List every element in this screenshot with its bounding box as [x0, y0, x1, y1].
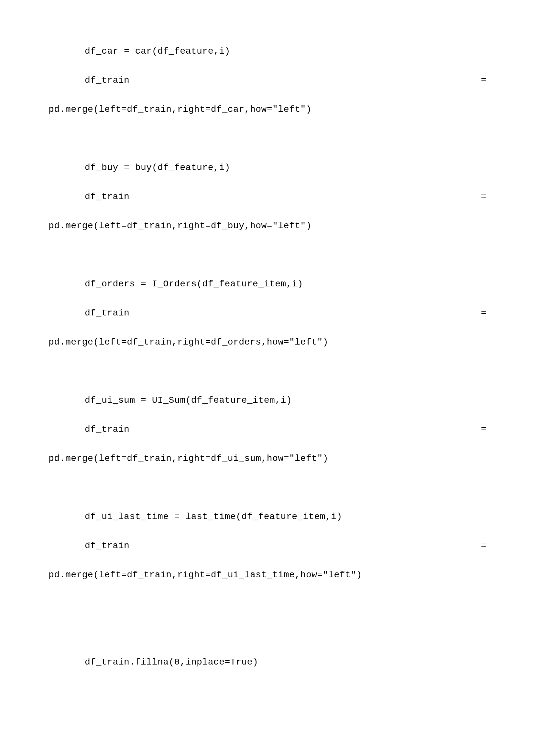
- code-text: df_train: [85, 75, 129, 85]
- code-text: pd.merge(left=df_train,right=df_buy,how=…: [48, 221, 312, 231]
- code-text: df_train: [85, 308, 129, 318]
- code-line: pd.merge(left=df_train,right=df_ui_last_…: [48, 571, 487, 580]
- code-text: pd.merge(left=df_train,right=df_car,how=…: [48, 104, 312, 114]
- code-line: df_car = car(df_feature,i): [48, 47, 487, 56]
- code-text: df_train: [85, 424, 129, 434]
- code-line: df_train =: [48, 192, 487, 202]
- code-text: df_orders = I_Orders(df_feature_item,i): [85, 280, 303, 289]
- code-line: df_train =: [48, 541, 487, 551]
- code-block: df_car = car(df_feature,i) df_train = pd…: [48, 47, 487, 667]
- code-line: df_train =: [48, 425, 487, 434]
- blank-line: [48, 134, 487, 143]
- code-text: df_buy = buy(df_feature,i): [85, 163, 230, 172]
- blank-line: [48, 367, 487, 376]
- code-line: pd.merge(left=df_train,right=df_car,how=…: [48, 105, 487, 114]
- code-line: pd.merge(left=df_train,right=df_buy,how=…: [48, 221, 487, 230]
- code-text: df_train: [85, 541, 129, 551]
- code-text: =: [481, 309, 487, 318]
- code-text: df_train.fillna(0,inplace=True): [85, 658, 258, 667]
- blank-line: [48, 483, 487, 492]
- code-text: df_car = car(df_feature,i): [85, 47, 230, 56]
- code-line: df_buy = buy(df_feature,i): [48, 163, 487, 172]
- blank-line: [48, 600, 487, 608]
- code-text: df_ui_sum = UI_Sum(df_feature_item,i): [85, 396, 292, 405]
- code-line: df_train =: [48, 76, 487, 85]
- code-text: pd.merge(left=df_train,right=df_ui_last_…: [48, 570, 362, 580]
- code-text: =: [481, 425, 487, 434]
- code-text: =: [481, 76, 487, 85]
- code-text: df_ui_last_time = last_time(df_feature_i…: [85, 512, 342, 521]
- code-line: df_orders = I_Orders(df_feature_item,i): [48, 280, 487, 289]
- code-text: pd.merge(left=df_train,right=df_orders,h…: [48, 337, 328, 347]
- code-line: df_train.fillna(0,inplace=True): [48, 658, 487, 667]
- code-line: df_ui_last_time = last_time(df_feature_i…: [48, 512, 487, 521]
- code-text: =: [481, 541, 487, 551]
- code-text: pd.merge(left=df_train,right=df_ui_sum,h…: [48, 453, 328, 464]
- blank-line: [48, 251, 487, 259]
- code-text: =: [481, 192, 487, 202]
- code-line: pd.merge(left=df_train,right=df_ui_sum,h…: [48, 454, 487, 463]
- code-line: df_train =: [48, 309, 487, 318]
- code-line: pd.merge(left=df_train,right=df_orders,h…: [48, 338, 487, 347]
- code-text: df_train: [85, 192, 129, 202]
- blank-line: [48, 629, 487, 638]
- code-line: df_ui_sum = UI_Sum(df_feature_item,i): [48, 396, 487, 405]
